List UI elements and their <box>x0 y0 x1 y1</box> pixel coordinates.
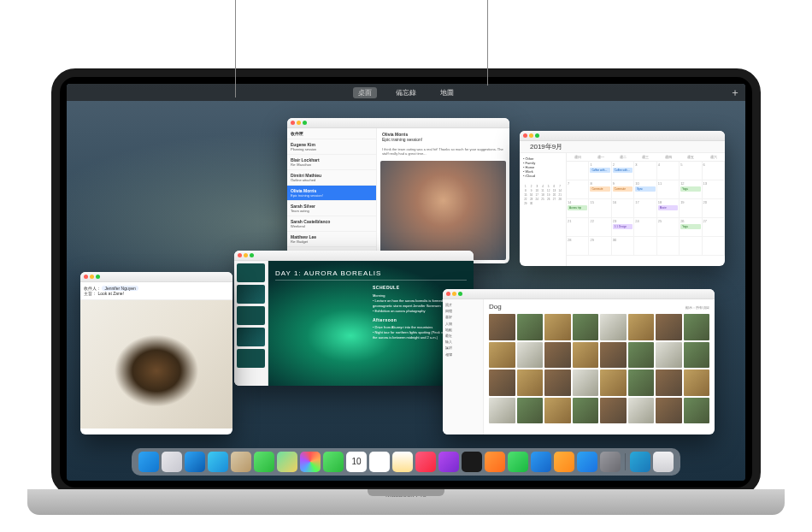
photo-thumbnail[interactable] <box>656 398 682 424</box>
calendar-cell[interactable]: 6 <box>703 162 725 180</box>
photos-sidebar-item[interactable]: 媒體 <box>445 345 480 351</box>
calendar-cell[interactable]: 15 <box>589 199 611 218</box>
photo-thumbnail[interactable] <box>600 314 627 340</box>
mail-titlebar[interactable] <box>287 118 509 128</box>
mail-message-list[interactable]: 收件匣Eugene KimPlanning sessionBlair Lockh… <box>287 128 377 263</box>
dock-contacts-icon[interactable] <box>231 452 251 472</box>
photo-thumbnail[interactable] <box>656 314 682 340</box>
calendar-cell[interactable]: 2Coffee with… <box>612 162 634 180</box>
calendar-cell[interactable]: 231:1 Design <box>612 218 634 237</box>
dock-safari-icon[interactable] <box>185 452 205 472</box>
calendar-event[interactable]: Coffee with… <box>590 168 609 173</box>
photo-thumbnail[interactable] <box>489 342 515 369</box>
photos-sidebar[interactable]: 照片回憶喜好人物地點最近輸入媒體相簿 <box>443 299 484 434</box>
photo-thumbnail[interactable] <box>489 369 515 396</box>
photo-thumbnail[interactable] <box>573 398 599 424</box>
calendar-window[interactable]: 2019年9月 • Other• Family• Home• Work• iCl… <box>520 131 725 266</box>
dock-downloads-icon[interactable] <box>630 452 650 472</box>
calendar-cell[interactable]: 30 <box>612 237 634 256</box>
photo-thumbnail[interactable] <box>517 314 544 340</box>
slide-thumb[interactable] <box>237 349 265 368</box>
calendar-cell[interactable]: 26Yoga <box>680 218 702 237</box>
slide-thumb[interactable] <box>237 263 265 282</box>
calendar-event[interactable]: Sync <box>635 186 655 192</box>
calendar-cell[interactable]: 5 <box>680 162 702 180</box>
calendar-cell[interactable]: 8Commute <box>589 180 611 199</box>
photos-filter-label[interactable]: 顯示：所有項目 <box>685 305 709 310</box>
calendar-cell[interactable]: 11 <box>657 180 680 199</box>
close-icon[interactable] <box>291 121 295 125</box>
calendar-cell[interactable]: 9Commute <box>612 180 634 199</box>
dock-reminders-icon[interactable] <box>369 452 390 472</box>
photo-thumbnail[interactable] <box>573 314 599 340</box>
calendar-cell[interactable]: 13 <box>703 180 725 199</box>
minimize-icon[interactable] <box>452 292 456 296</box>
calendar-cell[interactable]: 14Aurora trip <box>567 199 589 218</box>
photo-thumbnail[interactable] <box>628 342 655 369</box>
calendar-event[interactable]: Commute <box>590 186 609 192</box>
zoom-icon[interactable] <box>535 133 539 138</box>
zoom-icon[interactable] <box>96 275 100 279</box>
slide-thumb[interactable] <box>237 328 265 346</box>
calendar-cell[interactable]: 27 <box>703 218 725 237</box>
photos-window[interactable]: 照片回憶喜好人物地點最近輸入媒體相簿 Dog 顯示：所有項目 <box>443 289 715 434</box>
dock-preferences-icon[interactable] <box>600 452 621 472</box>
mail-list-item[interactable]: Eugene KimPlanning session <box>287 139 376 155</box>
dock-tv-icon[interactable] <box>462 452 482 472</box>
add-space-button[interactable]: ＋ <box>730 86 740 100</box>
mail-list-item[interactable]: Sarah CastelblancoWeekend <box>287 216 376 232</box>
mail-list-item[interactable]: Sarah SilverTeam outing <box>287 201 376 216</box>
photo-thumbnail[interactable] <box>517 369 544 396</box>
dock-keynote-icon[interactable] <box>531 452 551 472</box>
photos-sidebar-item[interactable]: 人物 <box>445 321 480 327</box>
calendar-event[interactable]: Coffee with… <box>613 168 633 173</box>
minimize-icon[interactable] <box>529 133 533 138</box>
keynote-window[interactable]: DAY 1: AURORA BOREALIS SCHEDULE Morning … <box>234 251 474 386</box>
calendar-cell[interactable]: 18Movie <box>657 199 680 218</box>
dock-launchpad-icon[interactable] <box>162 452 182 472</box>
dock-calendar-icon[interactable]: 10 <box>346 452 367 472</box>
photos-sidebar-item[interactable]: 相簿 <box>445 352 480 358</box>
photo-thumbnail[interactable] <box>684 314 710 340</box>
calendar-cell[interactable]: 1Coffee with… <box>589 162 611 180</box>
mail-compose-window[interactable]: 收件人： Jennifer Nguyen 主旨： Look at Zane! <box>80 272 232 434</box>
mail-window[interactable]: 收件匣Eugene KimPlanning sessionBlair Lockh… <box>287 118 509 263</box>
dock[interactable]: 10 <box>132 448 680 476</box>
photos-sidebar-item[interactable]: 輸入 <box>445 339 480 345</box>
space-desktop[interactable]: 桌面 <box>353 87 377 98</box>
calendar-cell[interactable]: 28 <box>567 237 589 256</box>
close-icon[interactable] <box>84 275 88 279</box>
photo-thumbnail[interactable] <box>600 398 627 424</box>
mail-list-item[interactable]: 收件匣 <box>287 128 376 139</box>
space-maps[interactable]: 地圖 <box>435 87 459 98</box>
photo-thumbnail[interactable] <box>544 369 571 396</box>
calendar-event[interactable]: 1:1 Design <box>613 224 633 229</box>
calendar-cell[interactable]: 21 <box>567 218 589 237</box>
space-notes[interactable]: 備忘錄 <box>391 87 421 98</box>
photo-thumbnail[interactable] <box>656 342 682 369</box>
photo-thumbnail[interactable] <box>544 314 571 340</box>
calendar-list-item[interactable]: • iCloud <box>523 174 562 178</box>
photo-thumbnail[interactable] <box>600 342 627 369</box>
minimize-icon[interactable] <box>244 253 248 257</box>
photo-thumbnail[interactable] <box>517 342 544 369</box>
photo-thumbnail[interactable] <box>684 369 710 396</box>
calendar-cell[interactable]: 29 <box>589 237 611 256</box>
photo-thumbnail[interactable] <box>656 369 682 396</box>
dock-maps-icon[interactable] <box>277 452 297 472</box>
calendar-cell[interactable] <box>680 237 702 256</box>
calendar-sidebar[interactable]: • Other• Family• Home• Work• iCloud 1234… <box>520 153 567 266</box>
dock-notes-icon[interactable] <box>392 452 413 472</box>
mail-list-item[interactable]: Matthew LeeRe: Budget <box>287 232 376 247</box>
dock-mail-icon[interactable] <box>208 452 228 472</box>
traffic-lights[interactable] <box>291 121 307 125</box>
calendar-cell[interactable]: 17 <box>634 199 656 218</box>
calendar-cell[interactable]: 12Yoga <box>680 180 702 199</box>
photos-grid[interactable] <box>489 314 709 423</box>
calendar-cell[interactable]: 4 <box>657 162 680 180</box>
dock-music-icon[interactable] <box>415 452 436 472</box>
photo-thumbnail[interactable] <box>684 342 710 369</box>
photo-thumbnail[interactable] <box>628 314 655 340</box>
photo-thumbnail[interactable] <box>628 398 655 424</box>
close-icon[interactable] <box>446 292 450 296</box>
